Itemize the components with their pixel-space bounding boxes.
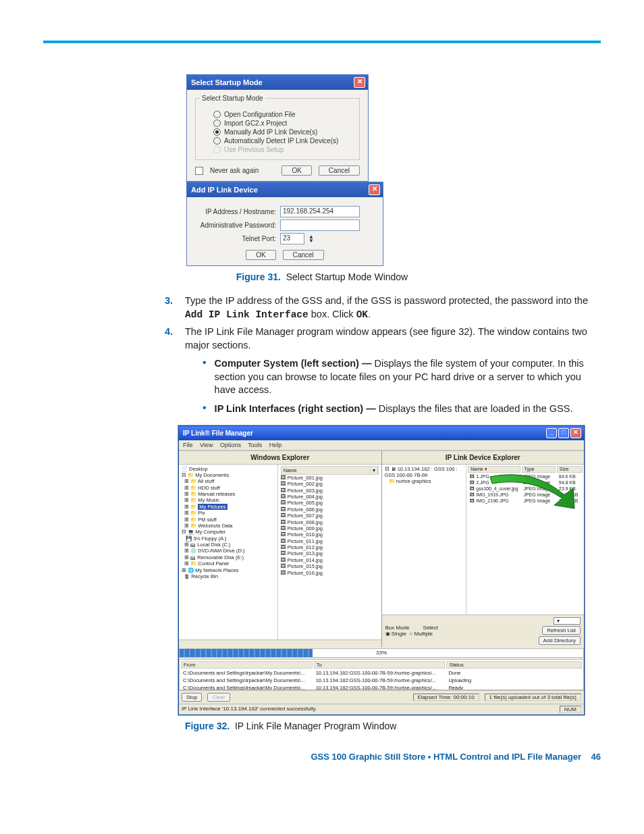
dialog-button-row: Never ask again OK Cancel <box>195 165 360 176</box>
cancel-button[interactable]: Cancel <box>319 165 360 176</box>
refresh-list-button[interactable]: Refresh List <box>542 626 581 635</box>
dialog-body: IP Address / Hostname: 192.168.254.254 A… <box>187 197 383 265</box>
device-tree[interactable]: ⊟ 🖥 10.13.194.182 : GSS 100 : GSS 100-00… <box>382 465 466 615</box>
pw-input[interactable] <box>280 219 360 231</box>
elapsed-time: Elapsed Time: 00:00:10 <box>413 694 479 701</box>
clear-button: Clear <box>207 693 230 702</box>
radio-previous-setup: Use Previous Setup <box>200 145 355 154</box>
pw-label: Administrative Password: <box>195 221 276 229</box>
left-pane-body: 📄 Desktop ⊟ 📁 My Documents ⊞ 📁 All stuff… <box>179 465 381 640</box>
telnet-row: Telnet Port: 23 ▲▼ <box>195 233 375 244</box>
page-footer: GSS 100 Graphic Still Store • HTML Contr… <box>43 752 601 762</box>
menu-help[interactable]: Help <box>269 442 282 448</box>
radio-single[interactable]: ◉ Single <box>385 631 406 637</box>
dialog-title: Add IP Link Device <box>191 186 258 194</box>
close-icon[interactable]: ✕ <box>369 184 380 195</box>
file-manager-window: IP Link® File Manager _ □ ✕ File View Op… <box>178 425 585 715</box>
menu-options[interactable]: Options <box>220 442 241 448</box>
radio-auto-detect[interactable]: Automatically Detect IP Link Device(s) <box>200 136 355 145</box>
device-select[interactable]: ▾ <box>554 617 581 625</box>
close-icon[interactable]: ✕ <box>570 428 581 438</box>
bullet-icon: • <box>203 402 207 416</box>
step-4: 4. The IP Link File Manager program wind… <box>165 325 601 352</box>
dialog-button-row: OK Cancel <box>195 250 375 260</box>
folder-tree[interactable]: 📄 Desktop ⊟ 📁 My Documents ⊞ 📁 All stuff… <box>179 465 278 640</box>
progress-label: 33% <box>180 649 583 657</box>
bullet-icon: • <box>203 357 207 397</box>
right-pane-header: IP Link Device Explorer <box>382 451 585 465</box>
ip-label: IP Address / Hostname: <box>195 208 276 215</box>
device-file-list[interactable]: Name ▾TypeSize 🖼 1.JPGJPEG Image84.6 KB … <box>466 465 584 615</box>
app-titlebar: IP Link® File Manager _ □ ✕ <box>179 426 584 440</box>
table-row: C:\Documents and Settings\lrpackar\My Do… <box>181 685 582 690</box>
status-bar: IP Link Interface '10.13.194.182' connec… <box>179 704 584 714</box>
page: Select Startup Mode ✕ Select Startup Mod… <box>0 0 644 782</box>
left-pane-header: Windows Explorer <box>179 451 381 465</box>
dialog-title: Select Startup Mode <box>191 78 263 86</box>
progress-bar: 33% <box>179 648 584 658</box>
menu-tools[interactable]: Tools <box>248 442 262 448</box>
radio-multiple[interactable]: ○ Multiple <box>409 631 433 637</box>
pw-row: Administrative Password: <box>195 219 375 231</box>
cancel-button[interactable]: Cancel <box>283 250 324 260</box>
spinner-icon[interactable]: ▲▼ <box>308 235 314 243</box>
transfer-controls: Stop Clear Elapsed Time: 00:00:10 1 file… <box>179 690 584 704</box>
upload-count: 1 file(s) uploaded out of 3 total file(s… <box>485 694 581 701</box>
numlock-indicator: NUM <box>560 706 581 713</box>
ok-button[interactable]: OK <box>281 165 311 176</box>
add-directory-button[interactable]: Add Directory <box>539 636 581 645</box>
table-row: C:\Documents and Settings\lrpackar\My Do… <box>181 670 582 676</box>
step-3: 3. Type the IP address of the GSS and, i… <box>165 294 601 321</box>
menubar: File View Options Tools Help <box>179 440 584 450</box>
maximize-icon[interactable]: □ <box>558 428 569 438</box>
select-startup-mode-dialog: Select Startup Mode ✕ Select Startup Mod… <box>186 74 369 182</box>
radio-open-config[interactable]: Open Configuration File <box>200 110 355 119</box>
file-list[interactable]: Name▾ 🖼 Picture_001.jpg 🖼 Picture_002.jp… <box>278 465 381 640</box>
add-ip-link-dialog: Add IP Link Device ✕ IP Address / Hostna… <box>186 182 383 266</box>
ip-input[interactable]: 192.168.254.254 <box>280 206 360 217</box>
app-title: IP Link® File Manager <box>183 429 253 437</box>
ok-button[interactable]: OK <box>246 250 275 260</box>
stop-button[interactable]: Stop <box>182 693 202 702</box>
panes: Windows Explorer 📄 Desktop ⊟ 📁 My Docume… <box>179 450 584 647</box>
ip-row: IP Address / Hostname: 192.168.254.254 <box>195 206 375 217</box>
telnet-input[interactable]: 23 <box>280 233 304 244</box>
dialog-titlebar: Add IP Link Device ✕ <box>187 182 383 197</box>
figure-31-caption: Figure 31. Select Startup Mode Window <box>43 271 601 282</box>
table-row: C:\Documents and Settings\lrpackar\My Do… <box>181 677 582 683</box>
radio-manual-add[interactable]: Manually Add IP Link Device(s) <box>200 128 355 136</box>
menu-view[interactable]: View <box>200 442 213 448</box>
left-scrollbar[interactable] <box>179 640 381 647</box>
bullet-computer-system: • Computer System (left section) — Displ… <box>203 357 601 397</box>
dialog-stack: Select Startup Mode ✕ Select Startup Mod… <box>186 74 369 266</box>
right-pane-body: ⊟ 🖥 10.13.194.182 : GSS 100 : GSS 100-00… <box>382 465 585 615</box>
never-ask-label: Never ask again <box>210 167 275 174</box>
radio-import-gc2[interactable]: Import GC2.x Project <box>200 119 355 128</box>
minimize-icon[interactable]: _ <box>546 428 557 438</box>
transfer-list: FromToStatus C:\Documents and Settings\l… <box>179 659 584 690</box>
startup-mode-group: Select Startup Mode Open Configuration F… <box>195 98 360 160</box>
dialog-titlebar: Select Startup Mode ✕ <box>187 75 368 90</box>
menu-file[interactable]: File <box>183 442 193 448</box>
group-label: Select Startup Mode <box>200 95 265 102</box>
windows-explorer-pane: Windows Explorer 📄 Desktop ⊟ 📁 My Docume… <box>179 451 382 647</box>
dialog-body: Select Startup Mode Open Configuration F… <box>187 90 368 181</box>
figure-32-caption: Figure 32. IP Link File Manager Program … <box>185 721 601 731</box>
close-icon[interactable]: ✕ <box>354 77 365 88</box>
never-ask-checkbox[interactable] <box>195 167 203 175</box>
status-message: IP Link Interface '10.13.194.182' connec… <box>182 706 317 713</box>
ip-link-explorer-pane: IP Link Device Explorer ⊟ 🖥 10.13.194.18… <box>382 451 585 647</box>
page-top-rule <box>43 41 601 43</box>
bullet-ip-link-interfaces: • IP Link Interfaces (right section) — D… <box>203 402 601 416</box>
telnet-label: Telnet Port: <box>195 235 276 242</box>
right-pane-footer: Box Mode Select ◉ Single ○ Multiple ▾ Re… <box>382 615 585 647</box>
